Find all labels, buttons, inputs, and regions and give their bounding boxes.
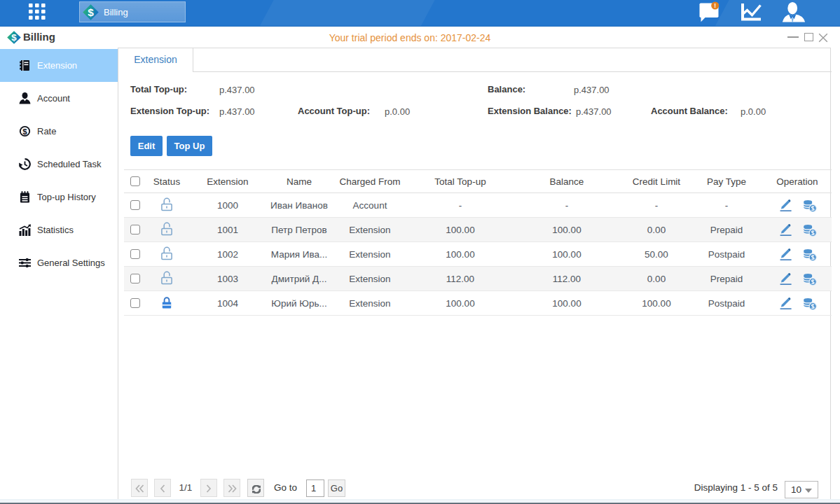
svg-text:$: $ [22, 127, 27, 136]
svg-text:!: ! [714, 2, 716, 9]
svg-text:$: $ [11, 32, 17, 43]
svg-text:$: $ [88, 6, 94, 18]
